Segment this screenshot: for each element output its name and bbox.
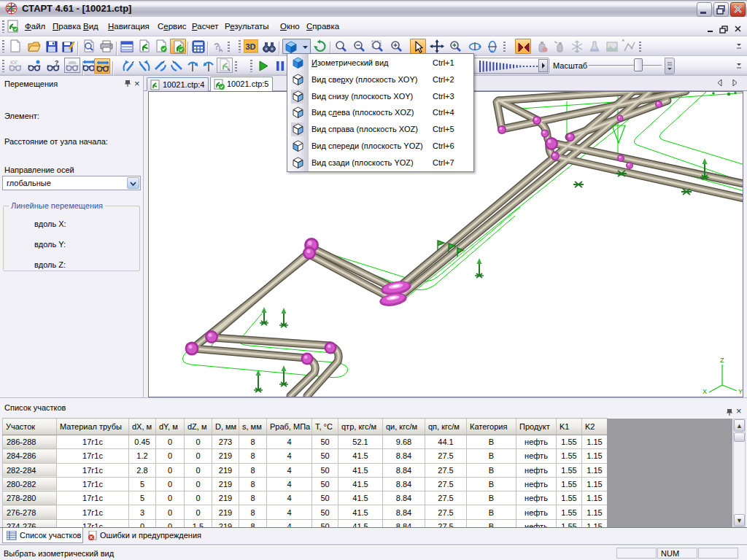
- svg-text:Y: Y: [738, 388, 743, 395]
- svg-text:Z: Z: [720, 357, 724, 364]
- svg-text:?: ?: [55, 59, 59, 66]
- svg-text:ЮГ: ЮГ: [10, 60, 18, 65]
- svg-text:?: ?: [214, 41, 220, 52]
- svg-text:3D: 3D: [246, 42, 256, 51]
- svg-text:X: X: [703, 388, 707, 395]
